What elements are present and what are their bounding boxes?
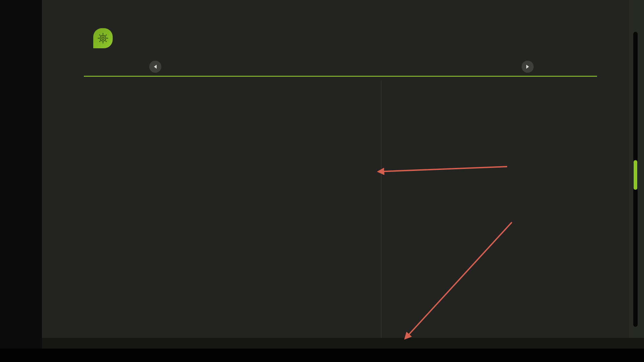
chevron-left-icon (154, 65, 157, 69)
hotkey-bar (0, 349, 644, 362)
tabs-underline (84, 76, 597, 77)
annotation-arrow-to-footer (405, 222, 512, 339)
gear-icon (96, 32, 110, 45)
tabs-next-button[interactable] (522, 61, 534, 73)
tabs-prev-button[interactable] (149, 61, 161, 73)
settings-gear-badge (93, 28, 113, 48)
sidebar (0, 0, 42, 362)
panel-bottom-edge (42, 338, 644, 349)
list-divider (381, 80, 381, 338)
scrollbar-thumb[interactable] (634, 160, 637, 190)
settings-screen (0, 0, 644, 362)
annotation-arrow-to-row (378, 167, 507, 172)
annotation-arrows (0, 0, 644, 362)
chevron-right-icon (526, 65, 529, 69)
